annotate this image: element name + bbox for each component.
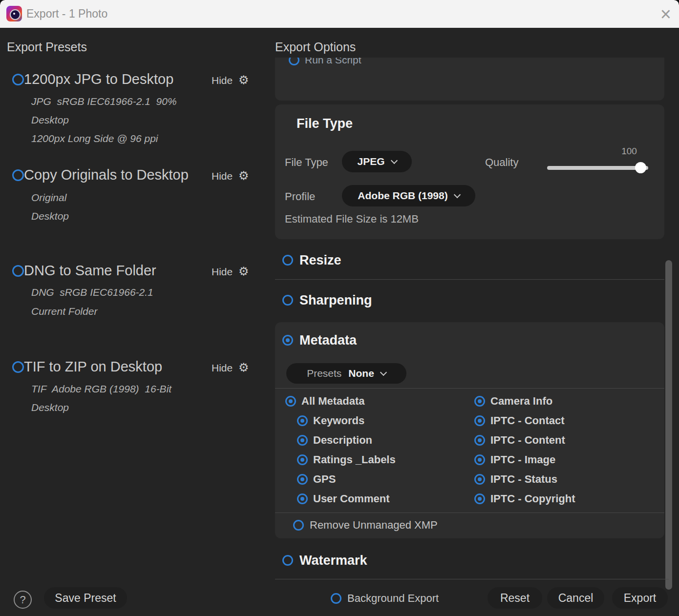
run-script-radio-icon[interactable] bbox=[289, 58, 299, 65]
metadata-presets-dropdown[interactable]: Presets None bbox=[286, 363, 406, 384]
remove-xmp-label: Remove Unmanaged XMP bbox=[310, 519, 438, 532]
radio-checked-icon[interactable] bbox=[474, 415, 485, 426]
preset-detail: Original bbox=[31, 192, 66, 204]
profile-value: Adobe RGB (1998) bbox=[358, 190, 447, 202]
metadata-section[interactable]: Metadata bbox=[282, 332, 357, 349]
remove-xmp-option[interactable]: Remove Unmanaged XMP bbox=[293, 517, 438, 534]
profile-label: Profile bbox=[285, 190, 315, 203]
radio-checked-icon[interactable] bbox=[474, 493, 485, 504]
options-scroll-area[interactable]: Run a Script File Type File Type JPEG Qu… bbox=[275, 58, 679, 580]
preset-detail: JPG sRGB IEC61966-2.1 90% bbox=[31, 96, 177, 107]
radio-checked-icon[interactable] bbox=[297, 415, 308, 426]
metadata-option-camera-info[interactable]: Camera Info bbox=[474, 396, 552, 407]
gear-icon[interactable]: ⚙ bbox=[238, 361, 249, 374]
radio-checked-icon[interactable] bbox=[297, 454, 308, 465]
metadata-option-keywords[interactable]: Keywords bbox=[297, 415, 364, 426]
watermark-label: Watermark bbox=[299, 553, 367, 568]
preset-name[interactable]: DNG to Same Folder bbox=[24, 263, 156, 279]
metadata-option-iptc-copyright[interactable]: IPTC - Copyright bbox=[474, 493, 575, 504]
radio-checked-icon[interactable] bbox=[474, 454, 485, 465]
hide-button[interactable]: Hide bbox=[212, 266, 233, 278]
export-dialog: Export - 1 Photo × Export Presets 1200px… bbox=[0, 0, 679, 616]
background-export-label: Background Export bbox=[347, 592, 439, 605]
background-export-option[interactable]: Background Export bbox=[331, 592, 439, 605]
watermark-radio-icon[interactable] bbox=[282, 555, 293, 566]
profile-dropdown[interactable]: Adobe RGB (1998) bbox=[342, 185, 475, 206]
gear-icon[interactable]: ⚙ bbox=[238, 73, 249, 87]
preset-detail: Desktop bbox=[31, 210, 69, 222]
resize-radio-icon[interactable] bbox=[282, 255, 293, 266]
help-icon[interactable]: ? bbox=[14, 591, 32, 609]
metadata-radio-icon[interactable] bbox=[282, 335, 293, 346]
hide-button[interactable]: Hide bbox=[212, 170, 233, 182]
preset-radio-icon[interactable] bbox=[12, 169, 24, 181]
divider bbox=[275, 513, 664, 513]
quality-label: Quality bbox=[485, 156, 518, 169]
watermark-section[interactable]: Watermark bbox=[282, 552, 367, 569]
window-title: Export - 1 Photo bbox=[26, 0, 107, 28]
resize-section[interactable]: Resize bbox=[282, 252, 341, 268]
metadata-option-iptc-contact[interactable]: IPTC - Contact bbox=[474, 415, 565, 426]
preset-detail: 1200px Long Side @ 96 ppi bbox=[31, 133, 158, 144]
file-type-label: File Type bbox=[285, 156, 328, 169]
preset-radio-icon[interactable] bbox=[12, 361, 24, 373]
chevron-down-icon bbox=[390, 157, 397, 164]
preset-name[interactable]: TIF to ZIP on Desktop bbox=[24, 359, 162, 375]
run-script-card: Run a Script bbox=[275, 58, 664, 101]
radio-checked-icon[interactable] bbox=[285, 396, 296, 407]
cancel-button[interactable]: Cancel bbox=[547, 587, 604, 609]
radio-checked-icon[interactable] bbox=[474, 435, 485, 446]
quality-slider-thumb[interactable] bbox=[635, 162, 646, 173]
preset-radio-icon[interactable] bbox=[12, 74, 24, 85]
presets-label: Presets bbox=[307, 368, 341, 379]
preset-name[interactable]: Copy Originals to Desktop bbox=[24, 167, 189, 183]
metadata-option-iptc-image[interactable]: IPTC - Image bbox=[474, 454, 555, 465]
export-button[interactable]: Export bbox=[612, 587, 668, 609]
resize-label: Resize bbox=[299, 253, 341, 268]
metadata-option-ratings-labels[interactable]: Ratings _Labels bbox=[297, 454, 396, 465]
gear-icon[interactable]: ⚙ bbox=[238, 265, 249, 278]
radio-checked-icon[interactable] bbox=[297, 493, 308, 504]
sharpening-label: Sharpening bbox=[299, 293, 372, 308]
save-preset-button[interactable]: Save Preset bbox=[44, 587, 127, 609]
metadata-option-iptc-status[interactable]: IPTC - Status bbox=[474, 474, 557, 485]
divider bbox=[275, 388, 664, 389]
metadata-option-gps[interactable]: GPS bbox=[297, 474, 336, 485]
run-script-label[interactable]: Run a Script bbox=[305, 58, 361, 66]
app-icon bbox=[6, 6, 22, 21]
preset-radio-icon[interactable] bbox=[12, 265, 24, 277]
scrollbar[interactable] bbox=[665, 260, 672, 590]
quality-slider[interactable] bbox=[547, 166, 648, 170]
radio-checked-icon[interactable] bbox=[297, 435, 308, 446]
metadata-option-user-comment[interactable]: User Comment bbox=[297, 493, 389, 504]
close-icon[interactable]: × bbox=[660, 2, 671, 26]
chevron-down-icon bbox=[380, 369, 387, 375]
preset-detail: Desktop bbox=[31, 114, 69, 126]
reset-button[interactable]: Reset bbox=[488, 587, 542, 609]
divider bbox=[275, 279, 664, 280]
file-type-dropdown[interactable]: JPEG bbox=[342, 151, 412, 172]
preset-name[interactable]: 1200px JPG to Desktop bbox=[24, 71, 173, 87]
preset-detail: Desktop bbox=[31, 402, 69, 413]
radio-checked-icon[interactable] bbox=[474, 396, 485, 407]
metadata-option-iptc-content[interactable]: IPTC - Content bbox=[474, 435, 565, 446]
metadata-label: Metadata bbox=[299, 333, 357, 348]
background-export-radio-icon[interactable] bbox=[331, 593, 341, 604]
radio-checked-icon[interactable] bbox=[474, 474, 485, 485]
hide-button[interactable]: Hide bbox=[212, 75, 233, 86]
presets-value: None bbox=[348, 368, 374, 379]
options-panel-title: Export Options bbox=[275, 40, 356, 54]
metadata-option-all-metadata[interactable]: All Metadata bbox=[285, 396, 365, 407]
preset-detail: DNG sRGB IEC61966-2.1 bbox=[31, 287, 153, 298]
sharpening-radio-icon[interactable] bbox=[282, 295, 293, 306]
gear-icon[interactable]: ⚙ bbox=[238, 169, 249, 183]
preset-detail: TIF Adobe RGB (1998) 16-Bit bbox=[31, 383, 171, 395]
hide-button[interactable]: Hide bbox=[212, 362, 233, 374]
file-size-estimate: Estimated File Size is 12MB bbox=[285, 213, 419, 226]
remove-xmp-radio-icon[interactable] bbox=[293, 520, 304, 531]
radio-checked-icon[interactable] bbox=[297, 474, 308, 485]
file-type-heading: File Type bbox=[297, 116, 353, 131]
metadata-card: Metadata Presets None All Metadata Keywo… bbox=[275, 322, 664, 538]
sharpening-section[interactable]: Sharpening bbox=[282, 292, 372, 308]
metadata-option-description[interactable]: Description bbox=[297, 435, 372, 446]
